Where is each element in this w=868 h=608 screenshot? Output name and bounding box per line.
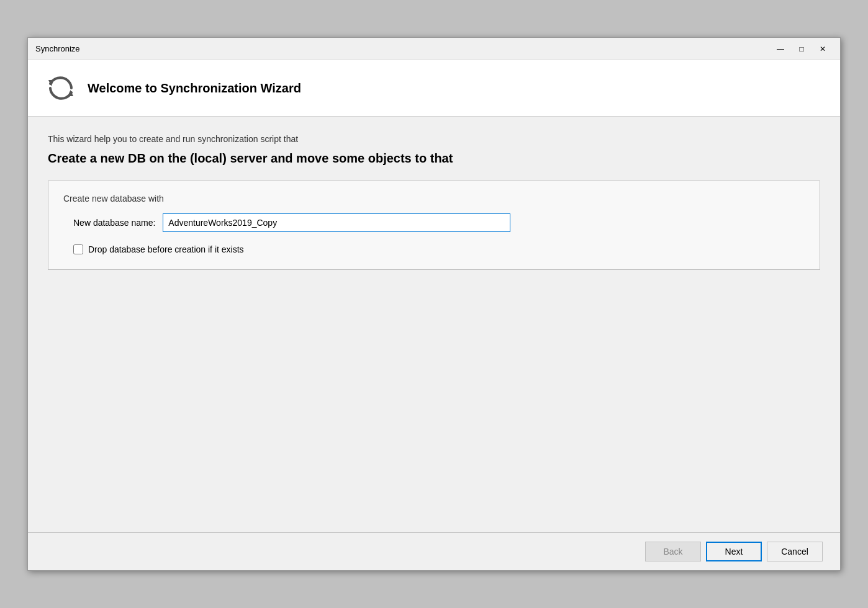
drop-db-row: Drop database before creation if it exis… — [63, 244, 805, 254]
section-label: Create new database with — [63, 194, 805, 203]
wizard-header: Welcome to Synchronization Wizard — [28, 60, 840, 117]
drop-db-checkbox[interactable] — [73, 244, 83, 254]
minimize-button[interactable]: — — [771, 42, 790, 56]
minimize-icon: — — [777, 45, 784, 53]
close-button[interactable]: ✕ — [813, 42, 833, 56]
main-heading: Create a new DB on the (local) server an… — [48, 151, 820, 166]
db-name-input[interactable] — [163, 213, 510, 232]
db-name-label: New database name: — [73, 218, 155, 228]
back-button[interactable]: Back — [645, 542, 701, 561]
wizard-footer: Back Next Cancel — [28, 532, 840, 570]
wizard-title: Welcome to Synchronization Wizard — [88, 81, 301, 96]
close-icon: ✕ — [820, 45, 826, 53]
wizard-body: This wizard help you to create and run s… — [28, 117, 840, 532]
title-bar: Synchronize — □ ✕ — [28, 38, 840, 60]
synchronize-window: Synchronize — □ ✕ Welcome to Synchroniza… — [27, 37, 841, 571]
drop-db-label[interactable]: Drop database before creation if it exis… — [88, 244, 244, 254]
cancel-button[interactable]: Cancel — [767, 542, 823, 561]
create-db-section: Create new database with New database na… — [48, 181, 820, 270]
sync-icon — [45, 73, 76, 104]
db-name-row: New database name: — [63, 213, 805, 232]
maximize-icon: □ — [799, 45, 803, 53]
maximize-button[interactable]: □ — [792, 42, 811, 56]
description-text: This wizard help you to create and run s… — [48, 134, 820, 144]
title-bar-controls: — □ ✕ — [771, 42, 833, 56]
window-title: Synchronize — [35, 44, 771, 53]
next-button[interactable]: Next — [706, 542, 762, 561]
